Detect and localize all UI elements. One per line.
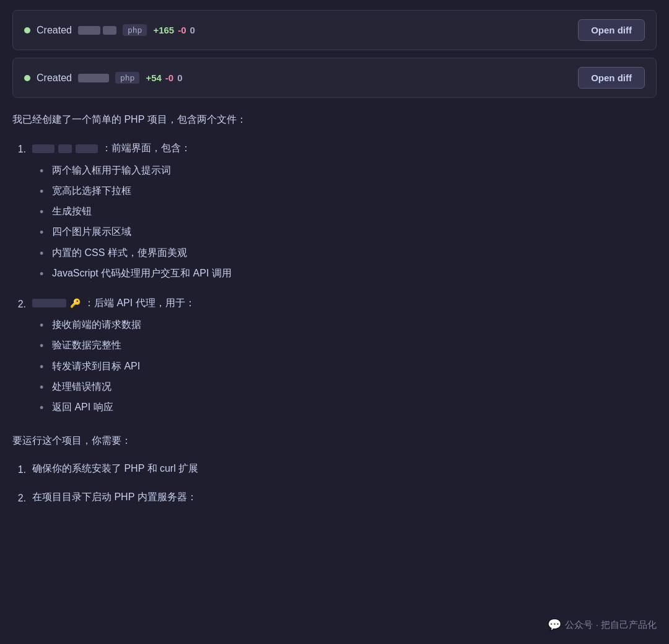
file-2-bullets: 接收前端的请求数据 验证数据完整性 转发请求到目标 API 处理错误情况 返回 … (32, 316, 657, 415)
wechat-icon: 💬 (548, 618, 561, 632)
run-step-number-1: 1. (12, 459, 26, 479)
main-content: 我已经创建了一个简单的 PHP 项目，包含两个文件： 1. ：前端界面，包含： … (12, 110, 657, 508)
created-label-2: Created (37, 73, 72, 84)
file-2-tag-a (32, 299, 66, 307)
diff-add-2: +54 (146, 73, 161, 83)
list-number-2: 2. (12, 294, 26, 314)
diff-neutral-2: 0 (177, 73, 182, 83)
diff-stats-2: +54 -0 0 (146, 73, 182, 83)
file-card-1-left: Created php +165 -0 0 (24, 24, 195, 36)
file-1-header: ：前端界面，包含： (32, 139, 657, 157)
intro-text: 我已经创建了一个简单的 PHP 项目，包含两个文件： (12, 110, 657, 129)
lang-badge-2: php (115, 72, 139, 84)
bullet-2-3: 转发请求到目标 API (40, 358, 657, 374)
run-title: 要运行这个项目，你需要： (12, 431, 657, 450)
bullet-2-4: 处理错误情况 (40, 378, 657, 395)
run-step-1: 1. 确保你的系统安装了 PHP 和 curl 扩展 (12, 459, 657, 479)
created-label-1: Created (37, 25, 72, 36)
watermark-text: 公众号 · 把自己产品化 (565, 619, 657, 631)
file-list: 1. ：前端界面，包含： 两个输入框用于输入提示词 宽高比选择下拉框 生成按钮 … (12, 139, 657, 419)
status-dot-1 (24, 27, 30, 33)
open-diff-button-2[interactable]: Open diff (578, 67, 645, 89)
bullet-1-2: 宽高比选择下拉框 (40, 182, 657, 199)
run-step-text-1: 确保你的系统安装了 PHP 和 curl 扩展 (32, 459, 198, 478)
bullet-1-1: 两个输入框用于输入提示词 (40, 162, 657, 179)
diff-remove-1: -0 (178, 25, 186, 35)
file-2-header-text: ：后端 API 代理，用于： (84, 294, 195, 312)
bullet-1-3: 生成按钮 (40, 203, 657, 219)
file-1-tag-c (76, 144, 98, 153)
diff-add-1: +165 (153, 25, 174, 35)
file-card-2-left: Created php +54 -0 0 (24, 72, 183, 84)
list-number-1: 1. (12, 139, 26, 159)
file-item-1: 1. ：前端界面，包含： 两个输入框用于输入提示词 宽高比选择下拉框 生成按钮 … (12, 139, 657, 285)
bullet-2-1: 接收前端的请求数据 (40, 316, 657, 333)
file-1-tag-a (32, 144, 55, 153)
file-1-tag-b (58, 144, 72, 153)
key-icon: 🔑 (70, 295, 81, 312)
file-item-2: 2. 🔑 ：后端 API 代理，用于： 接收前端的请求数据 验证数据完整性 转发… (12, 294, 657, 419)
bullet-1-4: 四个图片展示区域 (40, 223, 657, 240)
diff-neutral-1: 0 (190, 25, 195, 35)
filename-1 (78, 26, 116, 35)
file-1-header-text: ：前端界面，包含： (102, 139, 191, 157)
bullet-1-5: 内置的 CSS 样式，使界面美观 (40, 244, 657, 261)
status-dot-2 (24, 75, 30, 81)
lang-badge-1: php (123, 24, 147, 36)
run-steps-list: 1. 确保你的系统安装了 PHP 和 curl 扩展 2. 在项目目录下启动 P… (12, 459, 657, 508)
run-step-text-2: 在项目目录下启动 PHP 内置服务器： (32, 488, 197, 506)
bullet-2-5: 返回 API 响应 (40, 399, 657, 415)
filename-redacted-1a (78, 26, 100, 35)
diff-stats-1: +165 -0 0 (153, 25, 195, 35)
run-step-2: 2. 在项目目录下启动 PHP 内置服务器： (12, 488, 657, 508)
file-2-header: 🔑 ：后端 API 代理，用于： (32, 294, 657, 312)
filename-redacted-1b (103, 26, 116, 35)
file-1-content: ：前端界面，包含： 两个输入框用于输入提示词 宽高比选择下拉框 生成按钮 四个图… (32, 139, 657, 285)
open-diff-button-1[interactable]: Open diff (578, 19, 645, 41)
diff-remove-2: -0 (165, 73, 173, 83)
bullet-1-6: JavaScript 代码处理用户交互和 API 调用 (40, 265, 657, 281)
file-1-bullets: 两个输入框用于输入提示词 宽高比选择下拉框 生成按钮 四个图片展示区域 内置的 … (32, 162, 657, 281)
file-2-content: 🔑 ：后端 API 代理，用于： 接收前端的请求数据 验证数据完整性 转发请求到… (32, 294, 657, 419)
file-card-1: Created php +165 -0 0 Open diff (12, 10, 657, 50)
filename-redacted-2a (78, 74, 109, 82)
run-step-number-2: 2. (12, 488, 26, 508)
file-card-2: Created php +54 -0 0 Open diff (12, 58, 657, 98)
filename-2 (78, 74, 109, 82)
watermark: 💬 公众号 · 把自己产品化 (548, 618, 657, 632)
bullet-2-2: 验证数据完整性 (40, 337, 657, 353)
